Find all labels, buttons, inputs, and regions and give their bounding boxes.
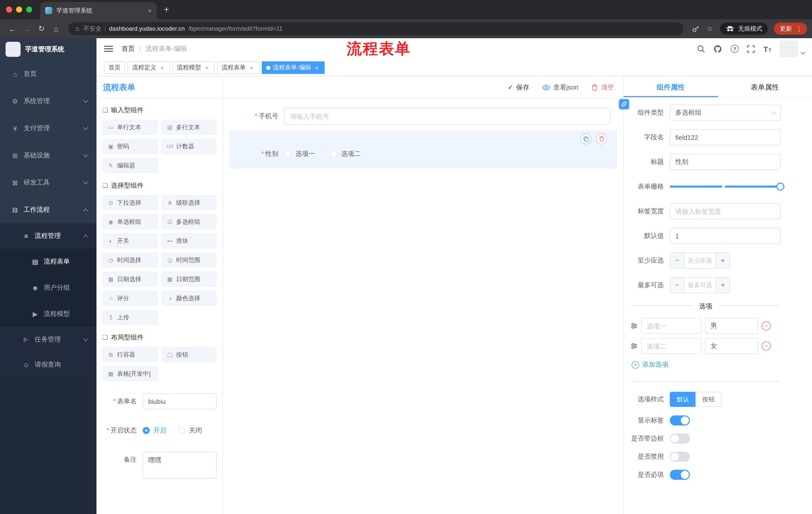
forward-button[interactable]: → xyxy=(20,24,34,33)
tab-form-props[interactable]: 表单属性 xyxy=(718,77,812,97)
clear-button[interactable]: 清空 xyxy=(591,83,614,92)
search-icon[interactable] xyxy=(697,45,705,53)
style-button-button[interactable]: 按钮 xyxy=(695,392,722,407)
component-single-line-text[interactable]: ▭单行文本 xyxy=(103,120,157,135)
sidebar-item-payment[interactable]: ¥ 支付管理 xyxy=(0,115,96,142)
border-toggle[interactable] xyxy=(670,434,690,443)
field-name-input[interactable] xyxy=(670,129,781,145)
component-date-range[interactable]: ▩日期范围 xyxy=(162,272,216,287)
password-key-icon[interactable] xyxy=(692,25,700,32)
option1-value-input[interactable] xyxy=(705,318,758,334)
tag-close-icon[interactable]: × xyxy=(248,64,255,71)
field-phone[interactable]: *手机号 xyxy=(229,105,617,127)
font-size-icon[interactable]: TT xyxy=(763,45,771,53)
tab-close-icon[interactable]: × xyxy=(148,7,152,14)
disabled-toggle[interactable] xyxy=(670,452,690,462)
add-option-button[interactable]: + 添加选项 xyxy=(632,360,781,369)
sidebar-item-leave-query[interactable]: ☺ 请假查询 xyxy=(0,352,96,377)
tag-close-icon[interactable]: × xyxy=(203,64,210,71)
help-icon[interactable]: ? xyxy=(731,45,739,53)
home-button[interactable]: ⌂ xyxy=(49,24,63,33)
save-button[interactable]: ✓ 保存 xyxy=(508,83,529,92)
back-button[interactable]: ← xyxy=(5,24,20,33)
title-input[interactable] xyxy=(670,154,781,170)
tag-process-model[interactable]: 流程模型 × xyxy=(172,61,214,74)
window-zoom-button[interactable] xyxy=(26,6,32,12)
tag-process-definition[interactable]: 流程定义 × xyxy=(127,61,170,74)
grid-slider[interactable] xyxy=(670,179,781,195)
form-name-input[interactable] xyxy=(143,393,216,409)
style-default-button[interactable]: 默认 xyxy=(670,392,696,407)
slider-handle[interactable] xyxy=(776,183,784,191)
delete-field-button[interactable] xyxy=(596,133,607,144)
view-json-button[interactable]: 查看json xyxy=(542,83,578,92)
component-button[interactable]: ▢按钮 xyxy=(162,347,216,362)
drag-handle-icon[interactable] xyxy=(631,343,638,350)
tag-close-icon[interactable]: × xyxy=(159,64,165,71)
component-type-select[interactable]: 多选框组 xyxy=(670,105,781,121)
sidebar-logo[interactable]: 芋道管理系统 xyxy=(0,38,96,60)
status-off-radio[interactable]: 关闭 xyxy=(178,426,202,435)
component-password[interactable]: ▣密码 xyxy=(103,139,157,154)
drag-handle-icon[interactable] xyxy=(631,322,638,329)
status-on-radio[interactable]: 开启 xyxy=(143,426,166,435)
browser-tab[interactable]: 芋道管理系统 × xyxy=(40,2,157,19)
component-row-container[interactable]: ⊞行容器 xyxy=(103,347,157,362)
tag-process-form-edit[interactable]: 流程表单-编辑 × xyxy=(262,61,325,74)
tag-close-icon[interactable]: × xyxy=(314,64,320,71)
breadcrumb-home[interactable]: 首页 xyxy=(122,44,135,53)
bookmark-star-icon[interactable]: ☆ xyxy=(707,25,713,33)
avatar-caret-icon[interactable] xyxy=(801,50,805,55)
sidebar-item-workflow[interactable]: ⊟ 工作流程 xyxy=(0,196,96,223)
component-editor[interactable]: ✎编辑器 xyxy=(103,158,157,173)
remove-option-button[interactable]: − xyxy=(762,321,771,330)
default-value-input[interactable] xyxy=(670,228,781,244)
sidebar-item-process-form[interactable]: ▤ 流程表单 xyxy=(0,248,96,275)
link-badge[interactable] xyxy=(619,99,629,109)
stepper-minus-button[interactable]: − xyxy=(670,278,685,293)
component-cascader[interactable]: ⋔级联选择 xyxy=(162,195,216,210)
sidebar-item-devtools[interactable]: ⊠ 研发工具 xyxy=(0,169,96,196)
field-gender-selected[interactable]: *性别 选项一 选项二 xyxy=(229,130,617,168)
component-checkbox-group[interactable]: ☑多选框组 xyxy=(162,214,216,229)
sidebar-item-process-model[interactable]: ▶ 流程模型 xyxy=(0,301,96,327)
sidebar-item-task-manage[interactable]: ⊩ 任务管理 xyxy=(0,327,96,352)
component-select[interactable]: ⊙下拉选择 xyxy=(103,195,157,210)
sidebar-item-process-manage[interactable]: ≡ 流程管理 xyxy=(0,223,96,248)
gender-option2-checkbox[interactable]: 选项二 xyxy=(330,150,361,158)
copy-field-button[interactable] xyxy=(580,133,591,144)
not-secure-label[interactable]: 不安全 xyxy=(83,24,102,33)
window-minimize-button[interactable] xyxy=(16,6,22,12)
reload-button[interactable]: ↻ xyxy=(34,24,49,33)
component-switch[interactable]: ◐开关 xyxy=(103,233,157,248)
github-icon[interactable] xyxy=(714,45,722,53)
gender-option1-checkbox[interactable]: 选项一 xyxy=(284,150,315,158)
fullscreen-icon[interactable] xyxy=(748,45,755,53)
component-counter[interactable]: 123计数器 xyxy=(162,139,216,154)
component-date-picker[interactable]: ▦日期选择 xyxy=(103,272,157,287)
component-table[interactable]: ▦表格[开发中] xyxy=(103,366,157,381)
option2-value-input[interactable] xyxy=(705,338,758,354)
form-remark-textarea[interactable]: 嘿嘿 xyxy=(143,452,216,479)
component-multi-line-text[interactable]: ▤多行文本 xyxy=(162,120,216,135)
update-button[interactable]: 更新 ⋮ xyxy=(774,23,807,35)
component-upload[interactable]: ↥上传 xyxy=(103,310,157,325)
stepper-plus-button[interactable]: + xyxy=(716,253,730,268)
min-select-value[interactable]: 至少应选 xyxy=(685,253,716,268)
tab-component-props[interactable]: 组件属性 xyxy=(624,77,718,97)
browser-menu-icon[interactable]: ⋮ xyxy=(796,25,803,32)
sidebar-item-user-group[interactable]: ☻ 用户分组 xyxy=(0,275,96,301)
component-slider[interactable]: ⊷滑块 xyxy=(162,233,216,248)
component-time-picker[interactable]: ◷时间选择 xyxy=(103,252,157,268)
sidebar-item-system[interactable]: ⚙ 系统管理 xyxy=(0,87,96,115)
window-close-button[interactable] xyxy=(6,6,12,12)
option1-label-input[interactable] xyxy=(641,318,701,334)
component-time-range[interactable]: ◶时间范围 xyxy=(162,252,216,268)
stepper-minus-button[interactable]: − xyxy=(670,253,685,268)
tag-home[interactable]: 首页 xyxy=(104,61,125,74)
stepper-plus-button[interactable]: + xyxy=(716,278,730,293)
phone-input[interactable] xyxy=(284,108,610,125)
hamburger-icon[interactable] xyxy=(104,46,113,52)
show-label-toggle[interactable] xyxy=(670,415,690,426)
sidebar-item-infrastructure[interactable]: ⊞ 基础设施 xyxy=(0,142,96,169)
